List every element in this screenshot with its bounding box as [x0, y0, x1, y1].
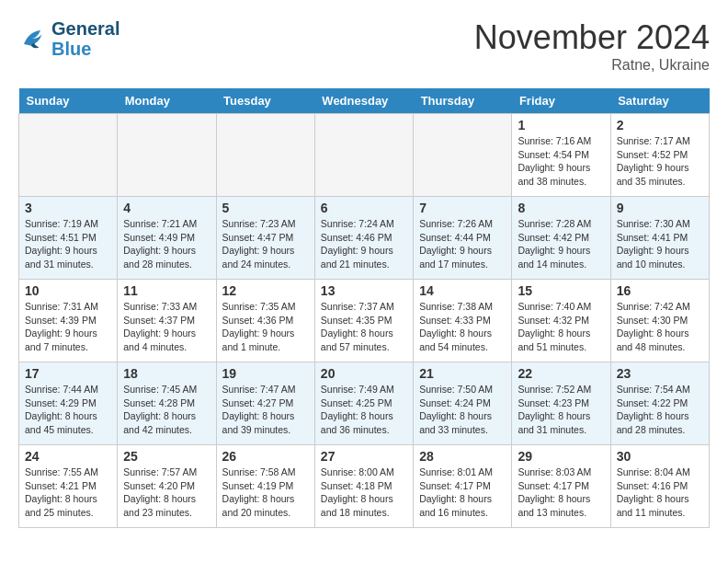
calendar-cell: 26Sunrise: 7:58 AMSunset: 4:19 PMDayligh…	[216, 445, 314, 528]
day-info: Sunrise: 7:21 AMSunset: 4:49 PMDaylight:…	[123, 217, 210, 271]
calendar-cell: 20Sunrise: 7:49 AMSunset: 4:25 PMDayligh…	[314, 362, 413, 445]
day-number: 11	[123, 283, 210, 298]
day-info: Sunrise: 7:28 AMSunset: 4:42 PMDaylight:…	[518, 217, 604, 271]
calendar-cell: 19Sunrise: 7:47 AMSunset: 4:27 PMDayligh…	[216, 362, 314, 445]
day-number: 16	[617, 283, 703, 298]
day-info: Sunrise: 7:45 AMSunset: 4:28 PMDaylight:…	[123, 383, 210, 437]
day-info: Sunrise: 7:40 AMSunset: 4:32 PMDaylight:…	[518, 300, 604, 354]
location: Ratne, Ukraine	[474, 57, 710, 74]
day-info: Sunrise: 7:31 AMSunset: 4:39 PMDaylight:…	[25, 300, 111, 354]
day-number: 15	[518, 283, 604, 298]
logo-text: General Blue	[51, 18, 119, 59]
calendar-cell: 5Sunrise: 7:23 AMSunset: 4:47 PMDaylight…	[216, 197, 314, 280]
calendar-cell: 23Sunrise: 7:54 AMSunset: 4:22 PMDayligh…	[610, 362, 709, 445]
week-row-5: 24Sunrise: 7:55 AMSunset: 4:21 PMDayligh…	[19, 445, 710, 528]
calendar-cell: 7Sunrise: 7:26 AMSunset: 4:44 PMDaylight…	[414, 197, 512, 280]
page-header: General Blue November 2024 Ratne, Ukrain…	[18, 18, 710, 74]
logo: General Blue	[18, 18, 119, 59]
calendar-cell: 18Sunrise: 7:45 AMSunset: 4:28 PMDayligh…	[118, 362, 216, 445]
day-number: 21	[419, 366, 506, 381]
calendar-cell: 8Sunrise: 7:28 AMSunset: 4:42 PMDaylight…	[512, 197, 610, 280]
day-number: 1	[518, 118, 604, 132]
title-block: November 2024 Ratne, Ukraine	[474, 18, 710, 74]
day-info: Sunrise: 7:19 AMSunset: 4:51 PMDaylight:…	[25, 217, 111, 271]
day-number: 4	[123, 201, 210, 215]
day-number: 14	[419, 283, 506, 298]
calendar-cell: 29Sunrise: 8:03 AMSunset: 4:17 PMDayligh…	[512, 445, 610, 528]
day-number: 28	[419, 449, 506, 464]
calendar-cell: 30Sunrise: 8:04 AMSunset: 4:16 PMDayligh…	[610, 445, 709, 528]
day-number: 7	[419, 201, 506, 215]
day-number: 27	[321, 449, 407, 464]
day-number: 22	[518, 366, 604, 381]
day-header-wednesday: Wednesday	[314, 88, 413, 114]
day-info: Sunrise: 7:50 AMSunset: 4:24 PMDaylight:…	[419, 383, 506, 437]
day-number: 13	[321, 283, 407, 298]
logo-icon	[18, 25, 46, 52]
day-info: Sunrise: 7:49 AMSunset: 4:25 PMDaylight:…	[321, 383, 407, 437]
day-info: Sunrise: 7:37 AMSunset: 4:35 PMDaylight:…	[321, 300, 407, 354]
day-number: 29	[518, 449, 604, 464]
day-info: Sunrise: 7:23 AMSunset: 4:47 PMDaylight:…	[222, 217, 309, 271]
day-number: 18	[123, 366, 210, 381]
day-number: 6	[321, 201, 407, 215]
day-number: 10	[25, 283, 111, 298]
calendar-cell: 3Sunrise: 7:19 AMSunset: 4:51 PMDaylight…	[19, 197, 118, 280]
day-number: 26	[222, 449, 309, 464]
calendar-header: SundayMondayTuesdayWednesdayThursdayFrid…	[19, 88, 710, 114]
calendar-cell: 6Sunrise: 7:24 AMSunset: 4:46 PMDaylight…	[314, 197, 413, 280]
day-header-sunday: Sunday	[19, 88, 118, 114]
day-header-friday: Friday	[512, 88, 610, 114]
week-row-1: 1Sunrise: 7:16 AMSunset: 4:54 PMDaylight…	[19, 114, 710, 197]
calendar-cell	[19, 114, 118, 197]
calendar-cell: 21Sunrise: 7:50 AMSunset: 4:24 PMDayligh…	[414, 362, 512, 445]
day-number: 2	[617, 118, 703, 132]
day-header-saturday: Saturday	[610, 88, 709, 114]
day-info: Sunrise: 8:03 AMSunset: 4:17 PMDaylight:…	[518, 465, 604, 520]
calendar-cell	[118, 114, 216, 197]
calendar-cell: 13Sunrise: 7:37 AMSunset: 4:35 PMDayligh…	[314, 280, 413, 362]
day-number: 23	[617, 366, 703, 381]
day-info: Sunrise: 8:01 AMSunset: 4:17 PMDaylight:…	[419, 465, 506, 520]
day-info: Sunrise: 8:04 AMSunset: 4:16 PMDaylight:…	[617, 465, 703, 520]
header-row: SundayMondayTuesdayWednesdayThursdayFrid…	[19, 88, 710, 114]
day-info: Sunrise: 7:17 AMSunset: 4:52 PMDaylight:…	[617, 134, 703, 189]
day-number: 8	[518, 201, 604, 215]
calendar-cell	[216, 114, 314, 197]
day-number: 9	[617, 201, 703, 215]
day-number: 5	[222, 201, 309, 215]
day-info: Sunrise: 7:44 AMSunset: 4:29 PMDaylight:…	[25, 383, 111, 437]
calendar-cell: 12Sunrise: 7:35 AMSunset: 4:36 PMDayligh…	[216, 280, 314, 362]
day-number: 17	[25, 366, 111, 381]
day-number: 25	[123, 449, 210, 464]
day-info: Sunrise: 7:52 AMSunset: 4:23 PMDaylight:…	[518, 383, 604, 437]
day-info: Sunrise: 7:33 AMSunset: 4:37 PMDaylight:…	[123, 300, 210, 354]
calendar-cell: 27Sunrise: 8:00 AMSunset: 4:18 PMDayligh…	[314, 445, 413, 528]
calendar-cell: 9Sunrise: 7:30 AMSunset: 4:41 PMDaylight…	[610, 197, 709, 280]
calendar-table: SundayMondayTuesdayWednesdayThursdayFrid…	[18, 88, 710, 528]
day-info: Sunrise: 7:58 AMSunset: 4:19 PMDaylight:…	[222, 465, 309, 520]
calendar-cell: 16Sunrise: 7:42 AMSunset: 4:30 PMDayligh…	[610, 280, 709, 362]
day-info: Sunrise: 7:55 AMSunset: 4:21 PMDaylight:…	[25, 465, 111, 520]
day-info: Sunrise: 7:38 AMSunset: 4:33 PMDaylight:…	[419, 300, 506, 354]
calendar-cell	[314, 114, 413, 197]
day-info: Sunrise: 7:16 AMSunset: 4:54 PMDaylight:…	[518, 134, 604, 189]
calendar-cell: 14Sunrise: 7:38 AMSunset: 4:33 PMDayligh…	[414, 280, 512, 362]
day-info: Sunrise: 7:26 AMSunset: 4:44 PMDaylight:…	[419, 217, 506, 271]
calendar-cell: 24Sunrise: 7:55 AMSunset: 4:21 PMDayligh…	[19, 445, 118, 528]
day-info: Sunrise: 7:47 AMSunset: 4:27 PMDaylight:…	[222, 383, 309, 437]
calendar-cell: 1Sunrise: 7:16 AMSunset: 4:54 PMDaylight…	[512, 114, 610, 197]
calendar-cell: 28Sunrise: 8:01 AMSunset: 4:17 PMDayligh…	[414, 445, 512, 528]
day-number: 12	[222, 283, 309, 298]
calendar-cell: 11Sunrise: 7:33 AMSunset: 4:37 PMDayligh…	[118, 280, 216, 362]
calendar-cell: 10Sunrise: 7:31 AMSunset: 4:39 PMDayligh…	[19, 280, 118, 362]
day-header-thursday: Thursday	[414, 88, 512, 114]
day-number: 19	[222, 366, 309, 381]
day-info: Sunrise: 7:54 AMSunset: 4:22 PMDaylight:…	[617, 383, 703, 437]
day-info: Sunrise: 7:30 AMSunset: 4:41 PMDaylight:…	[617, 217, 703, 271]
day-info: Sunrise: 7:42 AMSunset: 4:30 PMDaylight:…	[617, 300, 703, 354]
day-info: Sunrise: 7:24 AMSunset: 4:46 PMDaylight:…	[321, 217, 407, 271]
day-info: Sunrise: 7:57 AMSunset: 4:20 PMDaylight:…	[123, 465, 210, 520]
day-info: Sunrise: 7:35 AMSunset: 4:36 PMDaylight:…	[222, 300, 309, 354]
calendar-body: 1Sunrise: 7:16 AMSunset: 4:54 PMDaylight…	[19, 114, 710, 528]
